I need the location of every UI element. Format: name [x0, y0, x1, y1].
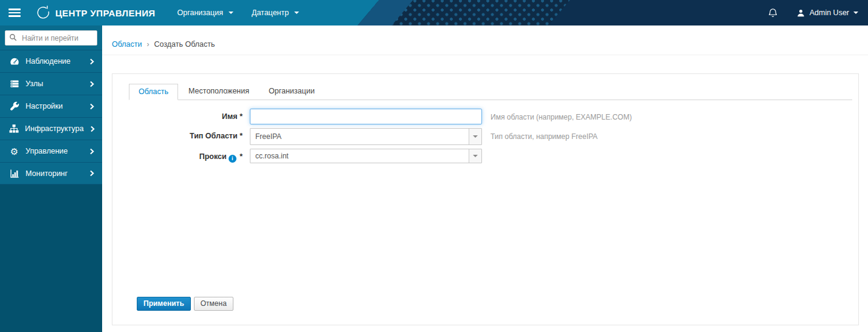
- form-row-proxy: Проксиi * cc.rosa.int: [112, 149, 858, 163]
- tachometer-icon: [9, 56, 19, 66]
- sidebar-search: [0, 25, 102, 50]
- breadcrumb-realms-link[interactable]: Области: [112, 40, 142, 49]
- select-caret-icon: [469, 149, 481, 163]
- tab-bar: Область Местоположения Организации: [129, 83, 852, 100]
- form-actions: Применить Отмена: [137, 297, 858, 311]
- sidebar-item-infrastructure[interactable]: Инфраструктура: [0, 117, 102, 140]
- sidebar-item-label: Инфраструктура: [25, 124, 84, 133]
- select-caret-icon: [469, 129, 481, 144]
- organization-menu-label: Организация: [177, 8, 223, 17]
- gear-icon: ⚙: [9, 147, 19, 156]
- name-hint: Имя области (например, EXAMPLE.COM): [491, 109, 632, 121]
- realm-type-label: Тип Области *: [112, 128, 243, 140]
- screen: ЦЕНТР УПРАВЛЕНИЯ Организация Датацентр: [0, 0, 868, 332]
- tab-realm[interactable]: Область: [129, 84, 178, 100]
- info-icon[interactable]: i: [229, 155, 236, 163]
- breadcrumb-separator: ›: [147, 40, 150, 49]
- chevron-right-icon: [89, 58, 94, 65]
- datacenter-menu-label: Датацентр: [252, 8, 289, 17]
- organization-menu[interactable]: Организация: [177, 8, 233, 17]
- proxy-value: cc.rosa.int: [250, 152, 289, 160]
- tab-locations[interactable]: Местоположения: [179, 84, 258, 100]
- sidebar-item-monitoring[interactable]: Мониторинг: [0, 162, 102, 185]
- sidebar-item-hosts[interactable]: Узлы: [0, 72, 102, 95]
- chevron-right-icon: [89, 81, 94, 87]
- main-content: Области › Создать Область Область Местоп…: [102, 25, 868, 332]
- search-icon: [9, 33, 17, 43]
- chevron-right-icon: [89, 148, 94, 155]
- proxy-select[interactable]: cc.rosa.int: [250, 149, 482, 163]
- tab-organizations[interactable]: Организации: [260, 84, 324, 100]
- sidebar-item-administer[interactable]: ⚙ Управление: [0, 140, 102, 162]
- form-card: Область Местоположения Организации Имя *…: [112, 73, 859, 325]
- sidebar-item-label: Наблюдение: [26, 57, 71, 66]
- datacenter-menu[interactable]: Датацентр: [252, 8, 299, 17]
- proxy-label: Проксиi *: [112, 149, 243, 163]
- wrench-icon: [9, 101, 19, 111]
- sitemap-icon: [9, 124, 19, 134]
- chevron-down-icon: [229, 12, 233, 14]
- breadcrumb: Области › Создать Область: [102, 25, 868, 55]
- user-menu[interactable]: Admin User: [796, 8, 858, 18]
- rosa-logo-icon: [35, 5, 51, 21]
- app-title: ЦЕНТР УПРАВЛЕНИЯ: [55, 8, 156, 18]
- user-name: Admin User: [810, 8, 849, 17]
- sidebar-item-label: Мониторинг: [26, 169, 67, 178]
- top-navbar: ЦЕНТР УПРАВЛЕНИЯ Организация Датацентр: [0, 0, 868, 25]
- chevron-down-icon: [294, 12, 299, 14]
- name-label: Имя *: [112, 109, 243, 121]
- sidebar-item-settings[interactable]: Настройки: [0, 95, 102, 117]
- sidebar: Наблюдение Узлы: [0, 25, 102, 332]
- submit-button[interactable]: Применить: [137, 297, 191, 311]
- bar-chart-icon: [9, 169, 19, 178]
- hamburger-menu-icon[interactable]: [9, 8, 21, 17]
- realm-type-hint: Тип области, например FreeIPA: [491, 128, 598, 141]
- breadcrumb-current: Создать Область: [154, 40, 215, 49]
- brand[interactable]: ЦЕНТР УПРАВЛЕНИЯ: [35, 5, 156, 21]
- form-row-name: Имя * Имя области (например, EXAMPLE.COM…: [112, 109, 858, 124]
- sidebar-item-label: Узлы: [26, 80, 43, 88]
- sidebar-item-label: Управление: [26, 147, 68, 155]
- sidebar-filler: [0, 185, 102, 332]
- hosts-icon: [9, 79, 19, 89]
- name-input[interactable]: [250, 109, 482, 124]
- chevron-right-icon: [89, 170, 94, 177]
- realm-type-value: FreeIPA: [250, 132, 281, 141]
- user-avatar-icon: [796, 8, 805, 18]
- chevron-down-icon: [853, 12, 858, 14]
- sidebar-item-monitor[interactable]: Наблюдение: [0, 50, 102, 72]
- sidebar-item-label: Настройки: [26, 102, 63, 110]
- notifications-bell-icon[interactable]: [768, 8, 778, 18]
- form-row-realm-type: Тип Области * FreeIPA Тип области, напри…: [112, 128, 858, 145]
- search-input[interactable]: [5, 30, 97, 46]
- chevron-right-icon: [89, 103, 94, 110]
- realm-form: Имя * Имя области (например, EXAMPLE.COM…: [112, 109, 858, 311]
- chevron-right-icon: [90, 126, 95, 132]
- realm-type-select[interactable]: FreeIPA: [250, 128, 482, 145]
- cancel-button[interactable]: Отмена: [194, 297, 233, 311]
